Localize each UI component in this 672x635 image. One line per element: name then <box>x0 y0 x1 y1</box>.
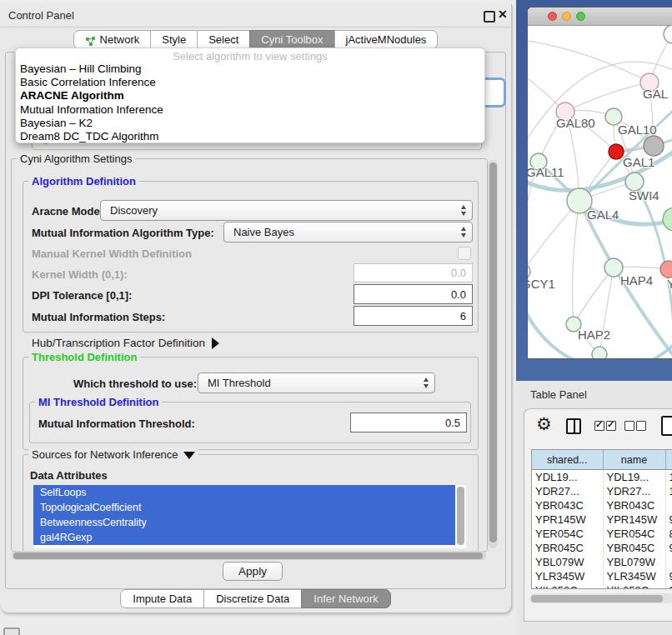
network-edge <box>565 82 649 112</box>
mi-type-label: Mutual Information Algorithm Type: <box>32 227 214 239</box>
table-row[interactable]: YLR345WYLR345W9. <box>532 569 672 583</box>
document-icon[interactable] <box>661 416 672 436</box>
node-label-swi4: SWI4 <box>629 188 659 202</box>
network-node-y[interactable] <box>660 261 672 278</box>
algorithm-option-basic-correlation-inference[interactable]: Basic Correlation Inference <box>16 76 484 89</box>
attributes-scrollbar-thumb[interactable] <box>457 487 464 545</box>
table-cell: YBL079W <box>603 555 665 569</box>
tab-label: Network <box>100 31 140 48</box>
control-panel-window: Control Panel ✕ NetworkStyleSelectCyni T… <box>0 4 512 613</box>
gear-icon[interactable]: ⚙ <box>536 414 552 434</box>
table-panel-title: Table Panel <box>530 388 587 401</box>
network-edge <box>574 268 614 324</box>
table-cell: 9. <box>665 541 672 555</box>
algorithm-option-bayesian-k2[interactable]: Bayesian – K2 <box>16 117 484 130</box>
table-cell: YDR27... <box>603 484 665 498</box>
checkbox-unchecked-icon[interactable] <box>636 421 646 431</box>
mi-type-select[interactable]: Naive Bayes <box>223 222 473 242</box>
table-cell: YIL052C <box>603 583 665 589</box>
table-cell: YBR045C <box>603 541 665 555</box>
network-node-gal1[interactable] <box>609 144 624 159</box>
attribute-item-gal4rgexp[interactable]: gal4RGexp <box>33 530 455 545</box>
column-header[interactable]: name <box>603 450 665 470</box>
network-canvas[interactable]: GALGAL80GAL10GAL1GAL11SWI4GAL4GCY1HAP4YH… <box>528 25 672 358</box>
table-horizontal-scrollbar[interactable] <box>529 593 672 603</box>
network-node[interactable] <box>644 136 664 156</box>
mi-threshold-input[interactable]: 0.5 <box>350 412 467 432</box>
algorithm-definition-title: Algorithm Definition <box>28 175 139 188</box>
node-table[interactable]: shared...nameYDL19...YDL19...13YDR27...Y… <box>531 449 672 589</box>
network-node[interactable] <box>592 347 607 358</box>
checkbox-unchecked-icon[interactable] <box>624 421 634 431</box>
algorithm-option-mutual-information-inference[interactable]: Mutual Information Inference <box>16 103 484 117</box>
table-cell: YLR345W <box>603 569 665 583</box>
algorithm-dropdown-placeholder: Select algorithm to view settings <box>16 50 484 62</box>
mi-type-value: Naive Bayes <box>233 226 294 238</box>
network-edge <box>528 40 649 82</box>
tab-label: Select <box>208 31 238 48</box>
which-threshold-select[interactable]: MI Threshold <box>198 372 435 393</box>
network-node[interactable] <box>663 208 672 231</box>
tab-jactivemnodules[interactable]: jActiveMNodules <box>334 30 439 49</box>
which-threshold-label: Which threshold to use: <box>73 378 197 390</box>
columns-icon[interactable] <box>566 418 581 434</box>
tab-impute-data[interactable]: Impute Data <box>120 589 204 608</box>
algorithm-option-bayesian-hill-climbing[interactable]: Bayesian – Hill Climbing <box>16 62 484 76</box>
table-row[interactable]: YBL079WYBL079W <box>532 555 672 569</box>
attribute-item-selfloops[interactable]: SelfLoops <box>33 485 455 500</box>
aracne-mode-select[interactable]: Discovery <box>100 200 473 221</box>
tab-select[interactable]: Select <box>197 30 250 49</box>
apply-button[interactable]: Apply <box>223 562 283 581</box>
table-row[interactable]: YPR145WYPR145W9. <box>532 512 672 527</box>
attribute-item-topologicalcoefficient[interactable]: TopologicalCoefficient <box>33 500 455 515</box>
checkbox-checked-icon[interactable] <box>606 421 616 431</box>
kernel-width-input[interactable]: 0.0 <box>354 263 473 282</box>
close-traffic-light-icon[interactable] <box>548 12 557 21</box>
zoom-traffic-light-icon[interactable] <box>576 12 585 21</box>
tab-discretize-data[interactable]: Discretize Data <box>203 589 302 608</box>
sources-title[interactable]: Sources for Network Inference <box>28 448 198 461</box>
table-row[interactable]: YIL052CYIL052C9 <box>532 583 672 589</box>
algorithm-option-aracne-algorithm[interactable]: ARACNE Algorithm <box>16 89 484 102</box>
dpi-tolerance-input[interactable]: 0.0 <box>354 284 473 304</box>
tab-label: jActiveMNodules <box>346 31 427 48</box>
mi-steps-label: Mutual Information Steps: <box>32 311 165 323</box>
network-edge <box>528 201 579 272</box>
algorithm-dropdown-popup: Select algorithm to view settings Bayesi… <box>15 48 485 143</box>
table-cell: YER054C <box>532 527 603 541</box>
attribute-item-betweennesscentrality[interactable]: BetweennessCentrality <box>33 515 455 530</box>
network-node[interactable] <box>664 25 672 43</box>
settings-horizontal-scrollbar[interactable] <box>12 551 486 560</box>
hub-definition-expander[interactable]: Hub/Transcription Factor Definition <box>32 337 219 349</box>
close-icon[interactable]: ✕ <box>498 8 508 21</box>
manual-kernel-checkbox[interactable] <box>458 247 471 260</box>
tab-network[interactable]: Network <box>73 30 152 49</box>
table-row[interactable]: YBR043CYBR043C <box>532 498 672 512</box>
table-cell: 9 <box>665 583 672 589</box>
network-icon <box>85 34 96 45</box>
mi-threshold-label: Mutual Information Threshold: <box>38 418 195 430</box>
table-row[interactable]: YDR27...YDR27...12 <box>532 484 672 498</box>
tab-infer-network[interactable]: Infer Network <box>301 589 390 608</box>
checkbox-checked-icon[interactable] <box>594 421 604 431</box>
settings-vertical-scrollbar[interactable] <box>488 160 498 548</box>
column-header[interactable]: shared... <box>532 450 603 470</box>
table-row[interactable]: YDL19...YDL19...13 <box>532 470 672 485</box>
tab-cyni-toolbox[interactable]: Cyni Toolbox <box>249 30 334 49</box>
tab-style[interactable]: Style <box>150 30 198 49</box>
minimized-panel-icon[interactable] <box>3 628 20 635</box>
minimize-traffic-light-icon[interactable] <box>562 12 571 21</box>
table-row[interactable]: YBR045CYBR045C9. <box>532 541 672 555</box>
data-attributes-list[interactable]: SelfLoopsTopologicalCoefficientBetweenne… <box>33 485 466 548</box>
kernel-width-label: Kernel Width (0,1): <box>32 268 128 281</box>
network-view-window: GALGAL80GAL10GAL1GAL11SWI4GAL4GCY1HAP4YH… <box>527 7 672 359</box>
algorithm-option-dream8-dc-tdc-algorithm[interactable]: Dream8 DC_TDC Algorithm <box>16 130 484 143</box>
mi-steps-input[interactable]: 6 <box>354 306 473 326</box>
node-label-y: Y <box>667 277 672 291</box>
stepper-icon <box>424 378 429 388</box>
node-label-hap4: HAP4 <box>620 273 653 288</box>
table-row[interactable]: YER054CYER054C8. <box>532 527 672 541</box>
column-header[interactable] <box>665 450 672 470</box>
node-label-gcy1: GCY1 <box>528 277 555 291</box>
float-window-icon[interactable] <box>484 11 495 22</box>
